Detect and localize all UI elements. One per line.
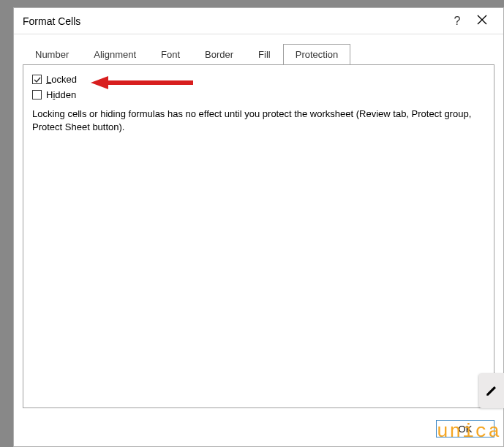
tab-label: Number	[35, 49, 69, 60]
tab-label: Border	[205, 49, 233, 60]
tab-label: Protection	[296, 49, 339, 60]
tab-fill[interactable]: Fill	[246, 44, 283, 65]
hidden-row: Hidden	[32, 89, 485, 100]
hidden-checkbox[interactable]	[32, 90, 42, 99]
dialog-footer: OK	[14, 416, 503, 446]
close-icon	[477, 15, 487, 27]
ok-button[interactable]: OK	[436, 420, 494, 437]
close-button[interactable]	[470, 10, 494, 32]
tab-font[interactable]: Font	[148, 44, 192, 65]
protection-info-text: Locking cells or hiding formulas has no …	[32, 108, 485, 133]
title-bar: Format Cells ?	[14, 8, 503, 34]
tab-strip: Number Alignment Font Border Fill Protec…	[14, 34, 503, 64]
tab-number[interactable]: Number	[23, 44, 81, 65]
tab-alignment[interactable]: Alignment	[81, 44, 148, 65]
pencil-icon	[485, 384, 498, 397]
backdrop-top	[0, 0, 504, 7]
dialog-title: Format Cells	[23, 15, 445, 27]
locked-checkbox[interactable]	[32, 75, 42, 84]
tab-label: Fill	[258, 49, 271, 60]
corner-edit-widget[interactable]	[479, 373, 504, 408]
backdrop-left	[0, 0, 15, 447]
help-icon: ?	[454, 15, 461, 28]
tab-content-protection: Locked Hidden Locking cells or hiding fo…	[23, 64, 494, 408]
locked-row: Locked	[32, 74, 485, 85]
check-icon	[34, 76, 41, 83]
tab-border[interactable]: Border	[192, 44, 246, 65]
hidden-label: Hidden	[46, 89, 76, 100]
help-button[interactable]: ?	[445, 10, 470, 32]
format-cells-dialog: Format Cells ? Number Alignment Font Bor…	[13, 7, 504, 447]
ok-button-label: OK	[459, 424, 473, 435]
locked-label: Locked	[46, 74, 77, 85]
tab-label: Alignment	[94, 49, 136, 60]
tab-protection[interactable]: Protection	[283, 44, 351, 65]
tab-label: Font	[161, 49, 180, 60]
